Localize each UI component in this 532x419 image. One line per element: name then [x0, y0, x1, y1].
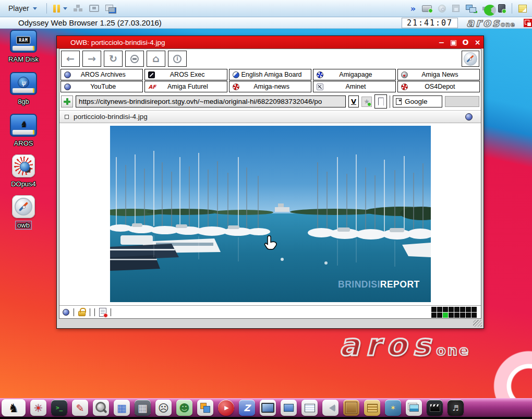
window-titlebar[interactable]: OWB: porticciolo-brindisi-4.jpg − ▣ O ×	[57, 36, 483, 49]
package-icon[interactable]	[343, 400, 359, 416]
desktop-icon-aros[interactable]: ♞ AROS	[3, 114, 44, 147]
url-input[interactable]	[76, 95, 346, 107]
reload-button[interactable]: ↻	[104, 51, 123, 67]
picture-doc-icon[interactable]	[406, 400, 422, 416]
window-body: ← → ↻ ⌂ i AROS Archives AROS Exec Englis…	[59, 49, 481, 319]
back-button[interactable]: ←	[61, 51, 80, 67]
chevron-down-icon	[63, 7, 67, 10]
logo-text: aros	[339, 330, 436, 360]
radio-speaker-icon[interactable]	[448, 400, 464, 416]
home-button[interactable]: ⌂	[147, 51, 165, 67]
search-engine-label: Google	[405, 98, 428, 105]
url-dropdown-button[interactable]: V	[348, 95, 359, 107]
media-player-icon[interactable]	[218, 400, 234, 416]
minimize-gadget[interactable]: −	[436, 38, 448, 46]
picture-key-icon[interactable]	[385, 400, 401, 416]
editor-icon[interactable]	[72, 400, 88, 416]
screen-titlebar[interactable]: Odyssey Web Browser 1.25 (27.03.2016) 21…	[0, 17, 532, 29]
bookmark-amiga-futurel[interactable]: AFAmiga Futurel	[144, 81, 227, 92]
scream-face-icon[interactable]	[155, 400, 172, 416]
info-button[interactable]: i	[168, 51, 187, 67]
close-gadget[interactable]: ×	[471, 38, 483, 46]
desktop-icon-owb[interactable]: owb	[3, 195, 44, 230]
forward-icon: →	[88, 54, 96, 64]
storage-box-icon[interactable]	[498, 4, 505, 13]
bookmark-english-amiga-board[interactable]: English Amiga Board	[229, 69, 311, 80]
compass-icon	[464, 52, 477, 66]
organizer-icon[interactable]	[114, 400, 130, 416]
svg-text:BRINDISIREPORT: BRINDISIREPORT	[338, 279, 420, 290]
watermark-report: REPORT	[380, 279, 419, 290]
pause-button[interactable]	[53, 5, 67, 13]
monitor-icon[interactable]	[260, 400, 276, 416]
starburst-icon	[14, 157, 33, 175]
bookmark-aros-archives[interactable]: AROS Archives	[61, 69, 143, 80]
tiles-icon[interactable]	[74, 5, 83, 12]
clock: 21:41:07	[402, 18, 458, 28]
zoom-gadget[interactable]: ▣	[448, 38, 460, 46]
overflow-chevron-icon[interactable]: »	[410, 4, 416, 14]
bookmark-aminet[interactable]: Aminet	[313, 81, 395, 92]
bookmark-label: Amiga-news	[239, 83, 304, 90]
harddrive-icon[interactable]	[422, 5, 432, 12]
player-menu-label: Player	[8, 4, 29, 13]
bookmark-youtube[interactable]: YouTube	[61, 81, 143, 92]
floppy-icon[interactable]	[452, 5, 460, 12]
resize-handle[interactable]	[473, 320, 482, 327]
bookmark-label: AROS Exec	[155, 71, 219, 78]
green-face-icon[interactable]	[176, 400, 192, 416]
bookmark-amiga-news[interactable]: Amiga News	[397, 69, 480, 80]
bookmark-amiga-news-site[interactable]: Amiga-news	[229, 81, 311, 92]
add-tab-button[interactable]	[61, 95, 73, 107]
divider	[94, 308, 95, 316]
cd-icon[interactable]	[438, 5, 446, 13]
shell-icon[interactable]	[51, 400, 67, 416]
watermark-brindisi: BRINDISI	[338, 279, 380, 290]
status-bar	[59, 305, 481, 318]
horn-speaker-icon[interactable]	[322, 400, 338, 416]
network-icon[interactable]	[466, 5, 476, 13]
notes-icon[interactable]	[518, 5, 527, 13]
desktop-icon-ram-disk[interactable]: RAM RAM Disk	[3, 30, 44, 63]
search-box[interactable]: Google	[393, 95, 442, 107]
status-sphere-icon[interactable]	[63, 309, 69, 316]
dopus-icon[interactable]	[30, 400, 46, 416]
documents-icon[interactable]	[281, 400, 297, 416]
new-tab-sphere-icon[interactable]	[465, 113, 473, 121]
progress-blocks	[431, 307, 477, 318]
blocked-content-icon[interactable]	[99, 308, 106, 317]
depth-gadget[interactable]: O	[460, 38, 471, 46]
windows-info-icon[interactable]	[105, 5, 116, 13]
forward-button[interactable]: →	[82, 51, 101, 67]
bookmarks-button[interactable]	[374, 94, 387, 109]
tab-close-icon[interactable]	[65, 115, 69, 119]
screen-depth-gadget[interactable]	[524, 19, 532, 27]
menubar: Player »	[0, 0, 532, 17]
sphere-icon	[64, 71, 71, 78]
desktop-icon-dopus4[interactable]: DOpus4	[3, 154, 44, 188]
bookmark-bar: AROS Archives AROS Exec English Amiga Bo…	[59, 68, 481, 93]
desktop-icon-8gb[interactable]: ψ 8gb	[3, 72, 44, 105]
browser-toolbar: ← → ↻ ⌂ i	[59, 49, 481, 68]
zune-icon[interactable]	[239, 400, 255, 416]
windows-prefs-icon[interactable]	[197, 400, 213, 416]
clapperboard-icon[interactable]	[427, 400, 443, 416]
calculator-icon[interactable]	[135, 400, 151, 416]
audio-icon[interactable]	[482, 5, 492, 13]
player-menu[interactable]: Player	[5, 3, 40, 14]
bookmark-amigapage[interactable]: Amigapage	[313, 69, 395, 80]
page-content[interactable]: BRINDISIREPORT	[59, 123, 481, 305]
window-title: OWB: porticciolo-brindisi-4.jpg	[70, 39, 165, 46]
spreadsheet-icon[interactable]	[301, 400, 318, 416]
aros-boot-icon[interactable]	[2, 399, 26, 416]
bookmark-os4depot[interactable]: OS4Depot	[397, 81, 480, 92]
archive-icon[interactable]	[364, 400, 380, 416]
bookmark-aros-exec[interactable]: AROS Exec	[144, 69, 227, 80]
throbber-button[interactable]	[462, 51, 479, 67]
search-icon[interactable]	[93, 400, 109, 416]
tab-title[interactable]: porticciolo-brindisi-4.jpg	[74, 113, 148, 121]
fullscreen-icon[interactable]	[89, 5, 99, 12]
stop-button[interactable]	[125, 51, 144, 67]
add-bookmark-star-button[interactable]	[361, 97, 372, 107]
af-icon: AF	[148, 83, 156, 90]
